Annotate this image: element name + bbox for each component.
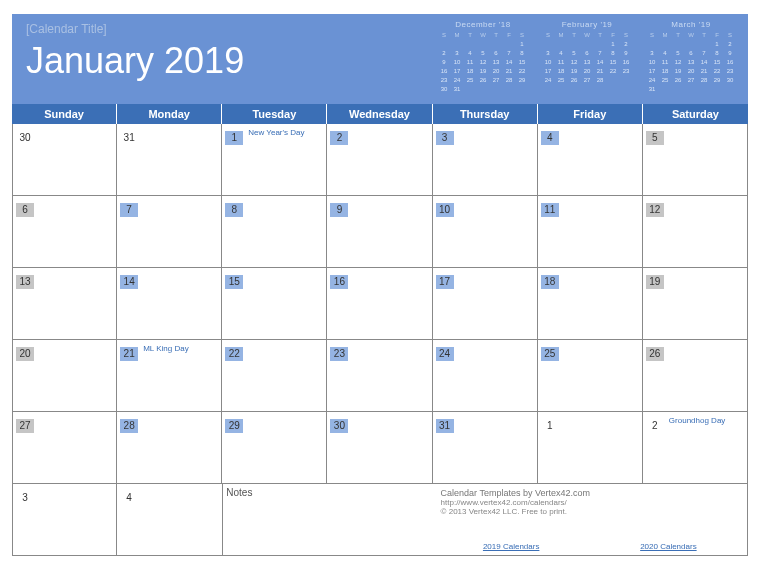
mini-label: December '18 [438, 20, 528, 29]
day-cell: 3 [433, 124, 538, 196]
day-cell: 30 [12, 124, 117, 196]
day-cell: 24 [433, 340, 538, 412]
day-cell: 19 [643, 268, 748, 340]
info-copyright: © 2013 Vertex42 LLC. Free to print. [441, 507, 739, 516]
day-number: 5 [646, 131, 664, 145]
day-number: 28 [120, 419, 138, 433]
day-number: 8 [225, 203, 243, 217]
day-number: 30 [16, 131, 34, 145]
day-number: 13 [16, 275, 34, 289]
day-cell: 22 [222, 340, 327, 412]
day-cell: 23 [327, 340, 432, 412]
day-header: Friday [538, 104, 643, 124]
day-number: 14 [120, 275, 138, 289]
day-number: 24 [436, 347, 454, 361]
day-cell: 7 [117, 196, 222, 268]
day-number: 21 [120, 347, 138, 361]
day-cell: 4 [117, 484, 222, 556]
day-cell: 30 [327, 412, 432, 484]
event-label: ML King Day [143, 344, 189, 353]
day-number: 31 [120, 131, 138, 145]
day-number: 31 [436, 419, 454, 433]
mini-grid: SMTWTFS123456789101112131415161718192021… [438, 31, 528, 93]
day-number: 10 [436, 203, 454, 217]
day-number: 4 [120, 491, 138, 505]
day-number: 6 [16, 203, 34, 217]
day-cell: 11 [538, 196, 643, 268]
day-cell: 1 [538, 412, 643, 484]
mini-label: February '19 [542, 20, 632, 29]
day-cell: 1New Year's Day [222, 124, 327, 196]
day-number: 26 [646, 347, 664, 361]
day-cell: 6 [12, 196, 117, 268]
day-number: 29 [225, 419, 243, 433]
notes-label: Notes [226, 487, 252, 498]
day-number: 3 [436, 131, 454, 145]
day-header: Saturday [643, 104, 748, 124]
day-number: 27 [16, 419, 34, 433]
day-number: 12 [646, 203, 664, 217]
notes-area: Notes [222, 484, 432, 556]
last-row: 3 4 Notes Calendar Templates by Vertex42… [12, 484, 748, 556]
day-header: Thursday [433, 104, 538, 124]
event-label: New Year's Day [248, 128, 304, 137]
day-number: 1 [541, 419, 559, 433]
day-cell: 31 [117, 124, 222, 196]
info-url: http://www.vertex42.com/calendars/ [441, 498, 739, 507]
day-number: 3 [16, 491, 34, 505]
mini-grid: SMTWTFS123456789101112131415161718192021… [646, 31, 736, 93]
day-header: Monday [117, 104, 222, 124]
info-title: Calendar Templates by Vertex42.com [441, 488, 739, 498]
mini-calendar: February '19SMTWTFS123456789101112131415… [542, 20, 632, 93]
day-number: 9 [330, 203, 348, 217]
day-number: 23 [330, 347, 348, 361]
day-cell: 28 [117, 412, 222, 484]
day-number: 2 [330, 131, 348, 145]
mini-label: March '19 [646, 20, 736, 29]
link-2019[interactable]: 2019 Calendars [483, 542, 539, 551]
day-cell: 18 [538, 268, 643, 340]
day-number: 20 [16, 347, 34, 361]
day-number: 18 [541, 275, 559, 289]
day-cell: 25 [538, 340, 643, 412]
day-cell: 15 [222, 268, 327, 340]
mini-calendar: March '19SMTWTFS123456789101112131415161… [646, 20, 736, 93]
day-number: 2 [646, 419, 664, 433]
day-number: 17 [436, 275, 454, 289]
day-cell: 9 [327, 196, 432, 268]
day-number: 22 [225, 347, 243, 361]
calendar-header: [Calendar Title] January 2019 December '… [12, 14, 748, 104]
day-number: 16 [330, 275, 348, 289]
day-cell: 5 [643, 124, 748, 196]
day-cell: 13 [12, 268, 117, 340]
mini-calendar: December '18SMTWTFS123456789101112131415… [438, 20, 528, 93]
day-cell: 26 [643, 340, 748, 412]
day-cell: 20 [12, 340, 117, 412]
link-2020[interactable]: 2020 Calendars [640, 542, 696, 551]
day-cell: 10 [433, 196, 538, 268]
day-number: 11 [541, 203, 559, 217]
day-cell: 12 [643, 196, 748, 268]
mini-calendars: December '18SMTWTFS123456789101112131415… [438, 20, 736, 93]
day-header: Tuesday [222, 104, 327, 124]
day-cell: 21ML King Day [117, 340, 222, 412]
day-number: 1 [225, 131, 243, 145]
event-label: Groundhog Day [669, 416, 725, 425]
day-cell: 17 [433, 268, 538, 340]
calendar-grid: 30311New Year's Day234567891011121314151… [12, 124, 748, 484]
day-number: 7 [120, 203, 138, 217]
day-cell: 31 [433, 412, 538, 484]
day-header: Wednesday [327, 104, 432, 124]
mini-grid: SMTWTFS123456789101112131415161718192021… [542, 31, 632, 84]
day-number: 4 [541, 131, 559, 145]
day-cell: 2Groundhog Day [643, 412, 748, 484]
day-cell: 2 [327, 124, 432, 196]
day-number: 19 [646, 275, 664, 289]
day-cell: 27 [12, 412, 117, 484]
day-cell: 8 [222, 196, 327, 268]
info-box: Calendar Templates by Vertex42.com http:… [433, 484, 748, 556]
day-number: 30 [330, 419, 348, 433]
day-number: 25 [541, 347, 559, 361]
day-header: Sunday [12, 104, 117, 124]
day-cell: 3 [12, 484, 117, 556]
